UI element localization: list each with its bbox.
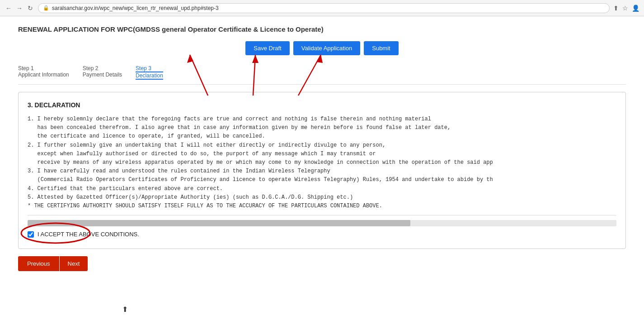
step-2-label: Payment Details xyxy=(83,72,122,78)
previous-button[interactable]: Previous xyxy=(18,256,59,271)
browser-bar: ← → ↻ 🔒 saralsanchar.gov.in/wpc_new/wpc_… xyxy=(0,0,644,16)
scroll-bar[interactable] xyxy=(28,220,616,226)
accept-checkbox[interactable] xyxy=(28,231,34,238)
svg-marker-5 xyxy=(316,55,323,63)
declaration-text: 1. I hereby solemnly declare that the fo… xyxy=(28,115,616,215)
scroll-thumb xyxy=(28,220,410,226)
svg-marker-3 xyxy=(252,55,259,63)
validate-button[interactable]: Validate Application xyxy=(293,41,361,55)
address-bar[interactable]: 🔒 saralsanchar.gov.in/wpc_new/wpc_licen_… xyxy=(38,3,610,13)
bookmark-icon[interactable]: ☆ xyxy=(622,5,628,12)
declaration-title: 3. DECLARATION xyxy=(28,101,616,109)
step-3-item[interactable]: Step 3 Declaration xyxy=(136,65,163,81)
page-title: RENEWAL APPLICATION FOR WPC(GMDSS genera… xyxy=(18,25,626,33)
accept-label: I ACCEPT THE ABOVE CONDITIONS. xyxy=(38,231,139,238)
cursor-indicator: ⬆ xyxy=(122,305,128,314)
step-1-num: Step 1 xyxy=(18,65,69,72)
share-icon[interactable]: ⬆ xyxy=(613,5,619,12)
step-1-item[interactable]: Step 1 Applicant Information xyxy=(18,65,69,81)
submit-button[interactable]: Submit xyxy=(364,41,398,55)
next-button[interactable]: Next xyxy=(59,256,88,271)
browser-actions: ⬆ ☆ 👤 xyxy=(613,5,639,12)
back-button[interactable]: ← xyxy=(5,4,13,12)
nav-buttons: Previous Next xyxy=(18,256,626,271)
action-buttons: Save Draft Validate Application Submit xyxy=(18,41,626,55)
page-content: RENEWAL APPLICATION FOR WPC(GMDSS genera… xyxy=(0,16,644,320)
steps-nav: Step 1 Applicant Information Step 2 Paym… xyxy=(18,65,626,85)
accept-row: I ACCEPT THE ABOVE CONDITIONS. xyxy=(28,226,616,239)
step-2-num: Step 2 xyxy=(83,65,122,72)
url-text: saralsanchar.gov.in/wpc_new/wpc_licen_rt… xyxy=(52,5,219,11)
step-2-item[interactable]: Step 2 Payment Details xyxy=(83,65,122,81)
reload-button[interactable]: ↻ xyxy=(26,4,34,12)
forward-button[interactable]: → xyxy=(15,4,24,12)
save-draft-button[interactable]: Save Draft xyxy=(245,41,289,55)
lock-icon: 🔒 xyxy=(43,5,49,11)
step-3-label: Declaration xyxy=(136,72,163,80)
browser-controls: ← → ↻ xyxy=(5,4,34,12)
step-3-num: Step 3 xyxy=(136,65,163,72)
svg-marker-1 xyxy=(187,55,193,63)
declaration-box: 3. DECLARATION 1. I hereby solemnly decl… xyxy=(18,92,626,249)
profile-icon[interactable]: 👤 xyxy=(632,5,639,12)
step-1-label: Applicant Information xyxy=(18,72,69,78)
